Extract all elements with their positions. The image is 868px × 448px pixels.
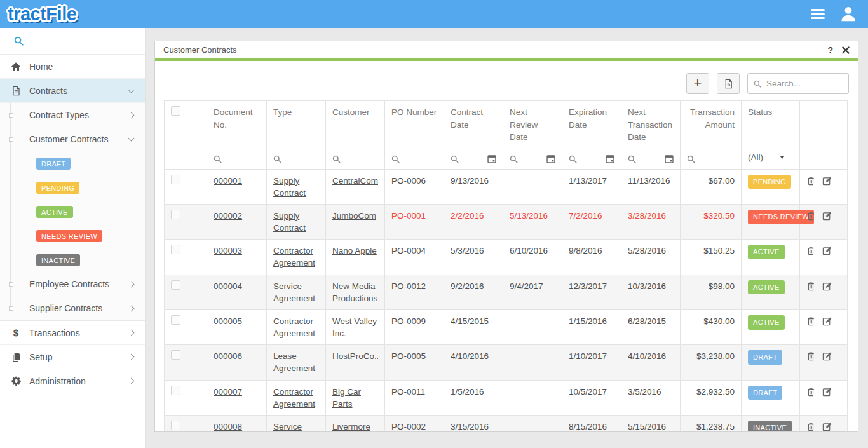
calendar-icon[interactable] xyxy=(546,154,555,163)
status-badge: ACTIVE xyxy=(748,280,785,295)
col-header-next-review-date[interactable]: Next Review Date xyxy=(503,101,562,149)
filter-po-number[interactable] xyxy=(385,149,444,169)
delete-button[interactable] xyxy=(806,246,815,255)
hamburger-menu-icon[interactable] xyxy=(811,7,825,22)
contract-type-link[interactable]: Contractor Agreement xyxy=(273,387,315,409)
sidebar-filter-draft[interactable]: DRAFT xyxy=(0,151,145,175)
col-header-status[interactable]: Status xyxy=(742,101,800,149)
contract-type-link[interactable]: Supply Contract xyxy=(273,211,306,233)
filter-next-transaction-date[interactable] xyxy=(621,149,681,169)
calendar-icon[interactable] xyxy=(665,154,674,163)
customer-link[interactable]: Nano Apple xyxy=(332,246,377,255)
customer-link[interactable]: New Media Productions xyxy=(332,282,377,303)
delete-button[interactable] xyxy=(806,211,815,221)
filter-transaction-amount[interactable] xyxy=(681,149,742,169)
calendar-icon[interactable] xyxy=(606,154,614,163)
filter-type[interactable] xyxy=(267,149,326,169)
sidebar-filter-active[interactable]: ACTIVE xyxy=(0,200,145,224)
sidebar-filter-inactive[interactable]: INACTIVE xyxy=(0,248,145,272)
col-header-expiration-date[interactable]: Expiration Date xyxy=(562,101,621,149)
delete-button[interactable] xyxy=(806,282,815,291)
filter-expiration-date[interactable] xyxy=(562,149,621,169)
transaction-amount-cell: $430.00 xyxy=(681,309,742,344)
contract-type-link[interactable]: Service Agreement xyxy=(273,422,315,432)
customer-link[interactable]: CentralCom... xyxy=(332,175,378,187)
document-no-link[interactable]: 000004 xyxy=(214,282,242,291)
status-filter-dropdown[interactable]: (All) xyxy=(748,153,785,162)
document-no-link[interactable]: 000006 xyxy=(214,351,242,361)
col-header-contract-date[interactable]: Contract Date xyxy=(444,101,503,149)
filter-customer[interactable] xyxy=(326,149,385,169)
document-no-link[interactable]: 000007 xyxy=(214,387,242,397)
filter-status[interactable]: (All) xyxy=(742,149,800,169)
row-checkbox[interactable] xyxy=(171,386,180,395)
export-button[interactable] xyxy=(717,73,740,94)
sidebar-filter-pending[interactable]: PENDING xyxy=(0,175,145,200)
contract-type-link[interactable]: Contractor Agreement xyxy=(273,246,315,268)
contract-type-link[interactable]: Service Agreement xyxy=(273,282,315,303)
sidebar-item-contract-types[interactable]: Contract Types xyxy=(0,103,145,127)
delete-button[interactable] xyxy=(806,422,815,431)
col-header-customer[interactable]: Customer xyxy=(326,101,385,149)
close-icon[interactable] xyxy=(842,46,850,54)
row-checkbox[interactable] xyxy=(171,315,180,325)
row-checkbox[interactable] xyxy=(171,245,180,254)
filter-document-no[interactable] xyxy=(207,149,267,169)
delete-button[interactable] xyxy=(806,387,815,397)
col-header-type[interactable]: Type xyxy=(267,101,326,149)
row-checkbox[interactable] xyxy=(171,280,180,290)
add-record-button[interactable]: + xyxy=(686,73,709,94)
sidebar-search-button[interactable] xyxy=(0,28,145,55)
document-no-link[interactable]: 000003 xyxy=(214,246,242,255)
edit-button[interactable] xyxy=(822,316,832,326)
sidebar-item-employee-contracts[interactable]: Employee Contracts xyxy=(0,272,145,296)
contract-type-link[interactable]: Supply Contract xyxy=(273,176,306,198)
sidebar-item-administration[interactable]: Administration xyxy=(0,369,145,393)
document-no-link[interactable]: 000001 xyxy=(214,176,242,186)
row-checkbox[interactable] xyxy=(171,350,180,360)
col-header-next-transaction-date[interactable]: Next Transaction Date xyxy=(621,101,681,149)
delete-button[interactable] xyxy=(806,351,815,361)
po-number-cell: PO-0001 xyxy=(385,205,444,240)
edit-button[interactable] xyxy=(822,282,832,291)
search-input[interactable] xyxy=(766,79,843,88)
edit-button[interactable] xyxy=(822,176,832,186)
edit-button[interactable] xyxy=(822,246,832,255)
col-header-po-number[interactable]: PO Number xyxy=(385,101,444,149)
row-checkbox[interactable] xyxy=(171,210,180,219)
document-no-link[interactable]: 000008 xyxy=(214,422,242,431)
edit-button[interactable] xyxy=(822,422,832,431)
customer-link[interactable]: JumboCom xyxy=(332,211,376,221)
sidebar-item-supplier-contracts[interactable]: Supplier Contracts xyxy=(0,296,145,320)
sidebar-item-setup[interactable]: Setup xyxy=(0,345,145,369)
customer-link[interactable]: West Valley Inc. xyxy=(332,316,377,338)
sidebar-item-customer-contracts[interactable]: Customer Contracts xyxy=(0,127,145,151)
edit-button[interactable] xyxy=(822,351,832,361)
calendar-icon[interactable] xyxy=(487,154,496,163)
customer-link[interactable]: Livermore xyxy=(332,422,370,431)
contract-type-link[interactable]: Lease Agreement xyxy=(273,351,315,373)
delete-button[interactable] xyxy=(806,316,815,326)
sidebar-item-contracts[interactable]: Contracts xyxy=(0,79,145,103)
delete-button[interactable] xyxy=(806,176,815,186)
document-no-link[interactable]: 000005 xyxy=(214,316,242,326)
edit-button[interactable] xyxy=(822,211,832,221)
help-icon[interactable]: ? xyxy=(827,45,833,55)
sidebar-filter-needs-review[interactable]: NEEDS REVIEW xyxy=(0,224,145,248)
sidebar-item-home[interactable]: Home xyxy=(0,55,145,79)
sidebar-item-transactions[interactable]: $ Transactions xyxy=(0,321,145,345)
document-no-link[interactable]: 000002 xyxy=(214,211,242,221)
col-header-transaction-amount[interactable]: Transaction Amount xyxy=(681,101,742,149)
user-avatar-icon[interactable] xyxy=(839,4,858,24)
select-all-checkbox[interactable] xyxy=(171,106,180,116)
col-header-document-no[interactable]: Document No. xyxy=(207,101,267,149)
row-checkbox[interactable] xyxy=(171,175,180,184)
filter-next-review-date[interactable] xyxy=(503,149,562,169)
edit-button[interactable] xyxy=(822,387,832,397)
filter-contract-date[interactable] xyxy=(444,149,503,169)
customer-link[interactable]: Big Car Parts xyxy=(332,387,361,409)
customer-link[interactable]: HostProCo... xyxy=(332,350,378,362)
document-icon xyxy=(10,86,22,96)
contract-type-link[interactable]: Contractor Agreement xyxy=(273,316,315,338)
row-checkbox[interactable] xyxy=(171,421,180,430)
